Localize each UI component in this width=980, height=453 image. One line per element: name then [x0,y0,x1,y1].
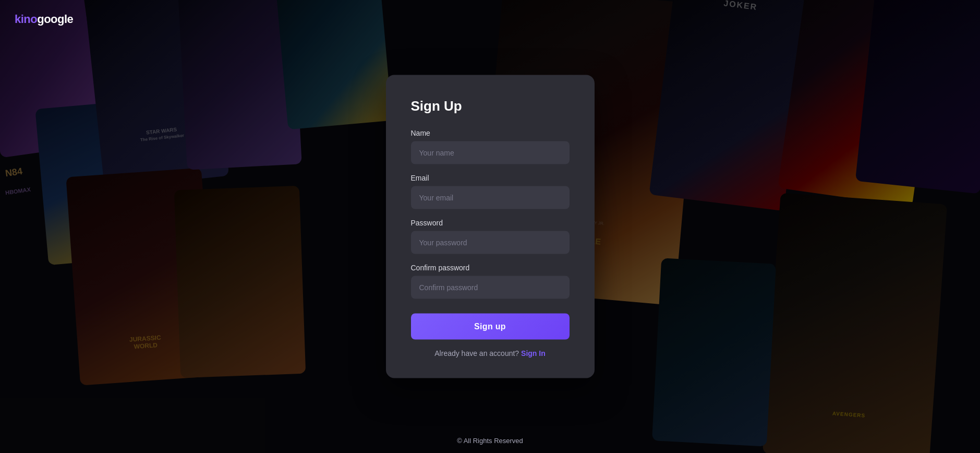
name-input[interactable] [411,141,570,164]
name-field-group: Name [411,129,570,164]
email-label: Email [411,174,570,182]
name-label: Name [411,129,570,137]
confirm-password-field-group: Confirm password [411,264,570,299]
site-logo: kinogoogle [15,13,73,26]
email-field-group: Email [411,174,570,209]
email-input[interactable] [411,186,570,209]
logo-kino: kino [15,13,37,26]
password-input[interactable] [411,231,570,254]
signin-prompt-text: Already have an account? Sign In [411,349,570,357]
modal-title: Sign Up [411,98,570,114]
logo-google: google [37,13,73,26]
password-field-group: Password [411,219,570,254]
signin-link[interactable]: Sign In [521,349,546,357]
confirm-password-input[interactable] [411,276,570,299]
signup-modal: Sign Up Name Email Password Confirm pass… [386,75,595,378]
confirm-password-label: Confirm password [411,264,570,272]
signup-button[interactable]: Sign up [411,314,570,340]
password-label: Password [411,219,570,227]
footer: © All Rights Reserved [457,437,523,445]
copyright-text: © All Rights Reserved [457,437,523,445]
signin-prompt-label: Already have an account? [434,349,519,357]
